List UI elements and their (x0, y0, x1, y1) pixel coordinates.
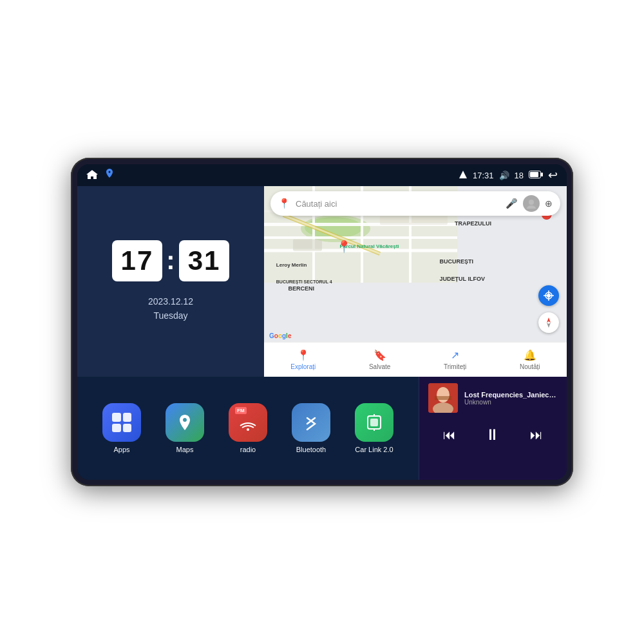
music-meta: Lost Frequencies_Janieck Devy-... Unknow… (464, 391, 558, 406)
svg-rect-36 (435, 396, 451, 400)
mic-icon[interactable]: 🎤 (506, 198, 518, 209)
radio-label: radio (240, 446, 256, 453)
news-icon: 🔔 (524, 349, 536, 361)
map-nav-exploreaza[interactable]: 📍 Explorați (290, 349, 316, 370)
map-park-pin: 📍 (337, 240, 351, 254)
apps-icon-bg (102, 403, 141, 442)
map-label-berceni: BERCENI (289, 285, 315, 292)
signal-icon (459, 170, 468, 181)
home-icon[interactable] (86, 170, 98, 181)
clock-minutes: 31 (179, 240, 230, 281)
next-button[interactable]: ⏭ (524, 424, 549, 446)
map-bottom-bar: 📍 Explorați 🔖 Salvate ↗ Trimiteți 🔔 (264, 342, 567, 377)
svg-marker-26 (547, 317, 551, 323)
play-pause-button[interactable]: ⏸ (478, 422, 507, 448)
map-label-trapezului: TRAPEZULUI (455, 220, 491, 227)
maps-shortcut-icon[interactable] (104, 169, 115, 182)
app-item-carlink[interactable]: Car Link 2.0 (355, 403, 393, 453)
map-layers-icon[interactable]: ⊕ (545, 198, 553, 209)
carlink-icon-bg (355, 403, 393, 442)
maps-icon-bg (166, 403, 204, 442)
svg-marker-27 (547, 323, 551, 328)
map-search-bar[interactable]: 📍 Căutați aici 🎤 ⊕ (270, 191, 560, 216)
share-label: Trimiteți (444, 363, 466, 370)
saved-label: Salvate (369, 363, 390, 370)
carlink-icon (365, 413, 384, 432)
status-bar: 17:31 🔊 18 ↩ (77, 164, 567, 186)
svg-rect-16 (293, 240, 322, 251)
day-text: Tuesday (148, 308, 193, 323)
status-right: 17:31 🔊 18 ↩ (459, 168, 558, 182)
music-artist: Unknown (464, 399, 558, 406)
svg-marker-0 (459, 171, 467, 178)
clock-panel: 17 : 31 2023.12.12 Tuesday (77, 186, 264, 377)
map-label-sector4: BUCUREȘTI SECTORUL 4 (276, 279, 332, 284)
main-content: 17 : 31 2023.12.12 Tuesday (77, 186, 567, 480)
status-left (86, 169, 115, 182)
svg-rect-30 (370, 419, 378, 426)
explore-label: Explorați (290, 363, 316, 370)
bluetooth-symbol-icon (304, 413, 318, 432)
clock-date: 2023.12.12 Tuesday (148, 294, 193, 323)
google-logo: Google (269, 332, 291, 339)
apps-grid-icon (112, 413, 131, 432)
svg-point-20 (547, 294, 551, 298)
app-item-apps[interactable]: Apps (102, 403, 141, 453)
volume-icon: 🔊 (499, 171, 509, 180)
explore-icon: 📍 (297, 349, 310, 361)
svg-rect-3 (530, 172, 538, 177)
radio-waves-icon (239, 419, 257, 432)
bottom-section: Apps Maps FM (77, 377, 567, 480)
device: 17:31 🔊 18 ↩ 17 (71, 158, 573, 486)
svg-point-18 (529, 200, 534, 205)
map-label-bucuresti: BUCUREȘTI (440, 258, 474, 265)
app-item-bluetooth[interactable]: Bluetooth (292, 403, 330, 453)
map-nav-trimiteti[interactable]: ↗ Trimiteți (444, 349, 466, 370)
clock-colon: : (166, 246, 175, 275)
map-label-ilfov: JUDEȚUL ILFOV (440, 276, 485, 282)
maps-label: Maps (176, 446, 194, 453)
share-icon: ↗ (451, 349, 459, 361)
svg-point-34 (437, 387, 450, 402)
map-nav-salvate[interactable]: 🔖 Salvate (369, 349, 390, 370)
maps-pin-icon: 📍 (278, 198, 290, 209)
app-item-radio[interactable]: FM radio (229, 403, 267, 453)
back-icon[interactable]: ↩ (548, 168, 558, 182)
svg-point-19 (527, 205, 536, 209)
map-search-text[interactable]: Căutați aici (296, 199, 500, 209)
music-info: Lost Frequencies_Janieck Devy-... Unknow… (428, 383, 558, 413)
apps-label: Apps (113, 446, 129, 453)
my-location-button[interactable] (538, 285, 559, 306)
user-avatar[interactable] (523, 195, 540, 212)
music-controls: ⏮ ⏸ ⏭ (428, 422, 558, 448)
bluetooth-icon-bg (292, 403, 330, 442)
svg-point-28 (247, 428, 249, 431)
clock-display: 17 : 31 (112, 240, 230, 281)
prev-button[interactable]: ⏮ (437, 424, 462, 446)
map-panel[interactable]: TRAPEZULUI BUCUREȘTI JUDEȚUL ILFOV BERCE… (264, 186, 567, 377)
map-nav-noutati[interactable]: 🔔 Noutăți (520, 349, 540, 370)
date-text: 2023.12.12 (148, 294, 193, 308)
saved-icon: 🔖 (374, 349, 386, 361)
compass-button[interactable] (538, 312, 559, 333)
radio-icon-bg: FM (229, 403, 267, 442)
top-section: 17 : 31 2023.12.12 Tuesday (77, 186, 567, 377)
music-player: Lost Frequencies_Janieck Devy-... Unknow… (419, 377, 567, 480)
bluetooth-label: Bluetooth (296, 446, 326, 453)
carlink-label: Car Link 2.0 (355, 446, 393, 453)
music-thumbnail (428, 383, 458, 413)
volume-level: 18 (515, 171, 524, 180)
app-launcher: Apps Maps FM (77, 377, 419, 480)
map-label-leroy: Leroy Merlin (276, 262, 307, 268)
screen: 17:31 🔊 18 ↩ 17 (77, 164, 567, 480)
svg-rect-2 (541, 173, 543, 176)
news-label: Noutăți (520, 363, 540, 370)
maps-app-icon (175, 413, 194, 432)
battery-icon (529, 171, 543, 180)
status-time: 17:31 (473, 171, 494, 180)
clock-hours: 17 (112, 240, 163, 281)
music-title: Lost Frequencies_Janieck Devy-... (464, 391, 558, 399)
app-item-maps[interactable]: Maps (166, 403, 204, 453)
